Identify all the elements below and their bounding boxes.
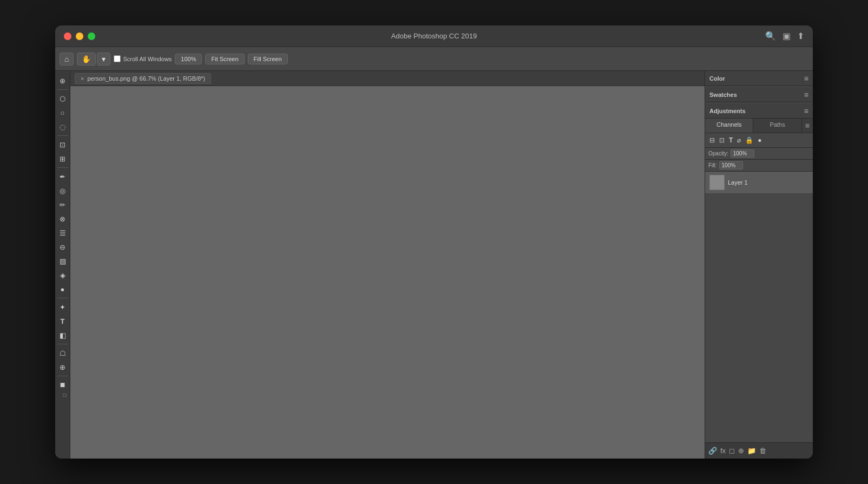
marquee-tool[interactable]: ⬡ (56, 92, 69, 105)
panel-bottom-bar: 🔗 fx ◻ ⊕ 📁 🗑 (705, 442, 813, 459)
app-window: Adobe Photoshop CC 2019 🔍 ▣ ⬆ ⌂ ✋ ▾ Scro… (55, 25, 813, 459)
opacity-row: Opacity: (705, 148, 813, 160)
adjustments-panel-header: Adjustments ≡ (705, 103, 813, 119)
zoom-100-button[interactable]: 100% (175, 54, 202, 64)
zoom-tool[interactable]: ⊕ (56, 361, 69, 374)
dot-icon[interactable]: ● (757, 135, 762, 145)
layer-name: Layer 1 (728, 179, 748, 186)
mask-icon[interactable]: ◻ (729, 447, 735, 455)
paths-tab[interactable]: Paths (753, 119, 801, 133)
tab-close-icon[interactable]: × (81, 75, 84, 82)
healing-tool[interactable]: ◎ (56, 184, 69, 197)
adjustment-icon[interactable]: ⊕ (738, 447, 744, 455)
dodge-tool[interactable]: ● (56, 283, 69, 296)
scroll-all-windows-label[interactable]: Scroll All Windows (114, 55, 172, 62)
swatches-panel-header: Swatches ≡ (705, 87, 813, 102)
perspective-tool[interactable]: ⊞ (56, 152, 69, 165)
tool-separator-3 (57, 167, 68, 168)
close-button[interactable] (64, 32, 71, 40)
title-bar-right: 🔍 ▣ ⬆ (765, 31, 804, 41)
scroll-all-windows-checkbox[interactable] (114, 55, 121, 62)
hand-tool-dropdown[interactable]: ▾ (97, 53, 110, 66)
image-icon[interactable]: ⊡ (718, 135, 726, 145)
lasso-tool[interactable]: ○ (56, 106, 69, 119)
quick-select-tool[interactable]: ◌ (56, 120, 69, 133)
link-icon[interactable]: ⊟ (708, 135, 716, 145)
main-area: ⊕ ⬡ ○ ◌ ⊡ ⊞ ✒ ◎ ✏ ⊗ ☰ ⊖ ▨ ◈ ● ✦ T ◧ ☖ ⊕ (55, 71, 813, 459)
swatches-panel-title: Swatches (709, 91, 737, 98)
title-bar: Adobe Photoshop CC 2019 🔍 ▣ ⬆ (55, 25, 813, 47)
background-color[interactable]: □ (58, 388, 71, 401)
tool-separator-6 (57, 376, 68, 376)
screen-icon[interactable]: ▣ (782, 31, 791, 41)
layers-menu-icon[interactable]: ≡ (802, 119, 813, 133)
layer-thumbnail (709, 175, 725, 190)
crop-tool[interactable]: ⊡ (56, 138, 69, 151)
tool-separator-5 (57, 344, 68, 344)
brush-tool[interactable]: ✏ (56, 198, 69, 211)
layer-item[interactable]: Layer 1 (705, 172, 813, 194)
type-tool[interactable]: T (56, 315, 69, 328)
gradient-tool[interactable]: ▨ (56, 254, 69, 267)
canvas-tab-bar: × person_bus.png @ 66.7% (Layer 1, RGB/8… (70, 71, 705, 86)
hand-tool-group: ✋ ▾ (77, 53, 110, 66)
swatches-menu-icon[interactable]: ≡ (804, 90, 808, 99)
clone-tool[interactable]: ⊗ (56, 212, 69, 225)
blur-tool[interactable]: ◈ (56, 269, 69, 282)
fill-row: Fill: (705, 160, 813, 172)
canvas-tab[interactable]: × person_bus.png @ 66.7% (Layer 1, RGB/8… (75, 73, 211, 84)
right-panel: Color ≡ Swatches ≡ Adjustments ≡ Channel… (705, 71, 813, 459)
tool-separator-4 (57, 298, 68, 298)
layer-tools-row: ⊟ ⊡ T ⌀ 🔒 ● (705, 133, 813, 148)
fill-input[interactable] (719, 161, 743, 169)
traffic-lights (64, 32, 95, 40)
maximize-button[interactable] (88, 32, 95, 40)
tool-separator-2 (57, 135, 68, 136)
folder-icon[interactable]: 📁 (747, 447, 756, 455)
adjustments-menu-icon[interactable]: ≡ (804, 107, 808, 115)
adjustments-title: Adjustments (709, 108, 746, 114)
channels-tab-label: Channels (716, 121, 741, 128)
history-tool[interactable]: ☰ (56, 226, 69, 239)
opacity-input[interactable] (731, 149, 754, 158)
canvas-tab-filename: person_bus.png @ 66.7% (Layer 1, RGB/8*) (87, 75, 205, 82)
tool-separator-1 (57, 89, 68, 90)
move-tool[interactable]: ⊕ (56, 74, 69, 87)
minimize-button[interactable] (76, 32, 83, 40)
shape-icon[interactable]: ⌀ (736, 135, 742, 145)
lock-icon[interactable]: 🔒 (744, 135, 754, 145)
hand-tool2[interactable]: ☖ (56, 346, 69, 359)
fill-label: Fill: (708, 162, 717, 168)
share-icon[interactable]: ⬆ (797, 31, 804, 41)
color-panel-menu-icon[interactable]: ≡ (804, 74, 808, 83)
scroll-all-windows-text: Scroll All Windows (123, 56, 172, 62)
paths-tab-label: Paths (770, 121, 785, 128)
shape-tool[interactable]: ◧ (56, 329, 69, 342)
panel-tabs: Channels Paths ≡ (705, 119, 813, 133)
toolbar: ⌂ ✋ ▾ Scroll All Windows 100% Fit Screen… (55, 47, 813, 71)
canvas-area: × person_bus.png @ 66.7% (Layer 1, RGB/8… (70, 71, 705, 459)
link-bottom-icon[interactable]: 🔗 (708, 447, 717, 455)
fill-screen-button[interactable]: Fill Screen (248, 54, 288, 64)
hand-tool-button[interactable]: ✋ (77, 53, 96, 66)
fit-screen-button[interactable]: Fit Screen (205, 54, 244, 64)
text-icon[interactable]: T (728, 135, 734, 145)
color-panel-header: Color ≡ (705, 71, 813, 86)
left-toolbar: ⊕ ⬡ ○ ◌ ⊡ ⊞ ✒ ◎ ✏ ⊗ ☰ ⊖ ▨ ◈ ● ✦ T ◧ ☖ ⊕ (55, 71, 70, 459)
channels-tab[interactable]: Channels (705, 119, 753, 133)
window-title: Adobe Photoshop CC 2019 (391, 32, 477, 40)
search-icon[interactable]: 🔍 (765, 31, 776, 41)
home-button[interactable]: ⌂ (60, 53, 74, 66)
pen-tool[interactable]: ✦ (56, 300, 69, 313)
eyedropper-tool[interactable]: ✒ (56, 170, 69, 183)
delete-icon[interactable]: 🗑 (759, 447, 766, 455)
eraser-tool[interactable]: ⊖ (56, 240, 69, 253)
fx-icon[interactable]: fx (720, 447, 726, 455)
opacity-label: Opacity: (708, 151, 728, 156)
color-panel-title: Color (709, 75, 725, 82)
